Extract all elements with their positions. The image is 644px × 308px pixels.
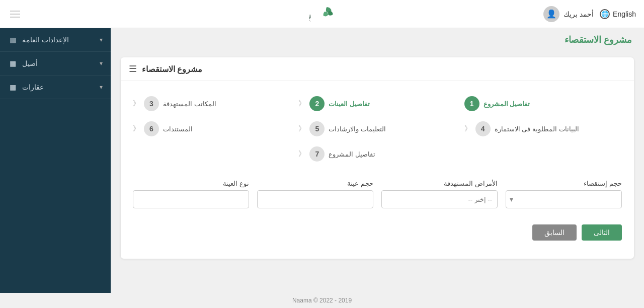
target-diseases-input[interactable] (381, 190, 498, 208)
step-3[interactable]: المكاتب المستهدفة 3 《 (129, 91, 294, 116)
logo-icon: نما NAAMA (309, 4, 335, 24)
main-card: مشروع الاستقصاء ☰ تفاصيل المشروع 1 تفاصي… (121, 57, 634, 259)
card-menu-icon[interactable]: ☰ (129, 63, 137, 74)
card-title: مشروع الاستقصاء (142, 64, 202, 74)
btn-row: التالى السابق (121, 216, 634, 249)
page-title: مشروع الاستقصاء (111, 28, 644, 51)
step-7-arrows: 《 (298, 149, 305, 159)
step-5-arrows: 《 (298, 124, 305, 133)
step-5[interactable]: التعليمات والارشادات 5 《 (294, 116, 460, 141)
chevron-icon: ▾ (100, 60, 103, 67)
step-1-badge: 1 (464, 96, 479, 111)
hamburger-menu-icon[interactable] (8, 9, 22, 20)
survey-size-wrapper: ▾ (506, 190, 622, 208)
step-3-badge: 3 (144, 96, 159, 111)
survey-size-label: حجم إستقصاء (506, 180, 622, 187)
sidebar-label-assets: أصيل (22, 59, 38, 67)
step-4[interactable]: البيانات المطلوبة فى الاستمارة 4 《 (460, 116, 626, 141)
step-1-label: تفاصيل المشروع (484, 100, 530, 108)
sidebar-item-general-settings[interactable]: ▾ الإعدادات العامة ▦ (0, 28, 111, 52)
chevron-icon: ▾ (100, 84, 103, 91)
svg-text:NAAMA: NAAMA (309, 19, 311, 22)
step-4-arrows: 《 (464, 124, 471, 133)
header-left: English 🌐 أحمد بريك 👤 (543, 6, 636, 22)
main-layout: ▾ الإعدادات العامة ▦ ▾ أصيل ▦ ▾ عقارات ▦… (0, 28, 644, 308)
sidebar-label-real-estate: عقارات (22, 83, 44, 91)
step-3-arrows: 《 (133, 99, 140, 108)
assets-icon: ▦ (8, 59, 17, 68)
next-button[interactable]: التالى (582, 224, 622, 241)
sample-size-input[interactable] (257, 190, 373, 208)
sidebar: ▾ الإعدادات العامة ▦ ▾ أصيل ▦ ▾ عقارات ▦ (0, 28, 111, 308)
form-group-survey-size: حجم إستقصاء ▾ (506, 180, 622, 208)
step-6-arrows: 《 (133, 124, 140, 133)
step-5-badge: 5 (309, 121, 325, 136)
form-group-sample-type: نوع العينة (133, 180, 249, 208)
step-7-badge: 7 (309, 146, 325, 162)
form-group-sample-size: حجم عينة (257, 180, 373, 208)
form-group-target-diseases: الأمراض المستهدفة (381, 180, 498, 208)
card-header: مشروع الاستقصاء ☰ (121, 57, 634, 81)
target-diseases-label: الأمراض المستهدفة (381, 180, 498, 187)
sample-type-label: نوع العينة (133, 180, 249, 187)
content-area: مشروع الاستقصاء مشروع الاستقصاء ☰ تفاصيل… (111, 28, 644, 308)
step-6-badge: 6 (144, 121, 159, 136)
logo-container: نما NAAMA (309, 4, 335, 24)
logo-area: نما NAAMA (309, 4, 335, 24)
footer: Naama © 2022 - 2019 (0, 293, 644, 308)
user-name: أحمد بريك (564, 10, 594, 18)
lang-label: English (613, 10, 636, 18)
step-5-label: التعليمات والارشادات (329, 125, 386, 133)
stepper: تفاصيل المشروع 1 تفاصيل العينات 2 《 المك… (121, 81, 634, 172)
footer-copyright: Naama © 2022 - 2019 (292, 297, 352, 304)
step-6[interactable]: المستندات 6 《 (129, 116, 294, 141)
step-6-label: المستندات (163, 125, 193, 133)
general-settings-icon: ▦ (8, 35, 17, 44)
step-3-label: المكاتب المستهدفة (163, 100, 216, 108)
sample-type-input[interactable] (133, 190, 249, 208)
sidebar-item-assets[interactable]: ▾ أصيل ▦ (0, 52, 111, 75)
form-row: حجم إستقصاء ▾ الأمراض المستهدفة حجم عينة (133, 180, 622, 208)
step-2[interactable]: تفاصيل العينات 2 《 (294, 91, 460, 116)
top-header: English 🌐 أحمد بريك 👤 نما NAAMA (0, 0, 644, 28)
real-estate-icon: ▦ (8, 83, 17, 92)
user-info[interactable]: أحمد بريك 👤 (543, 6, 594, 22)
step-4-label: البيانات المطلوبة فى الاستمارة (495, 125, 579, 133)
chevron-icon: ▾ (100, 36, 103, 43)
avatar: 👤 (543, 6, 559, 22)
sidebar-item-real-estate[interactable]: ▾ عقارات ▦ (0, 75, 111, 99)
step-7-label: تفاصيل المشروع (329, 150, 375, 158)
language-switcher[interactable]: English 🌐 (600, 9, 636, 19)
step-1[interactable]: تفاصيل المشروع 1 (460, 91, 626, 116)
prev-button[interactable]: السابق (532, 224, 577, 241)
survey-size-input[interactable] (506, 190, 622, 208)
step-2-label: تفاصيل العينات (329, 100, 370, 108)
step-2-badge: 2 (309, 96, 325, 111)
sidebar-label-general-settings: الإعدادات العامة (22, 36, 69, 44)
step-2-arrows: 《 (298, 99, 305, 108)
form-section: حجم إستقصاء ▾ الأمراض المستهدفة حجم عينة (121, 172, 634, 216)
globe-icon: 🌐 (600, 9, 610, 19)
step-4-badge: 4 (475, 121, 491, 136)
step-7[interactable]: تفاصيل المشروع 7 《 (294, 141, 460, 167)
sample-size-label: حجم عينة (257, 180, 373, 187)
